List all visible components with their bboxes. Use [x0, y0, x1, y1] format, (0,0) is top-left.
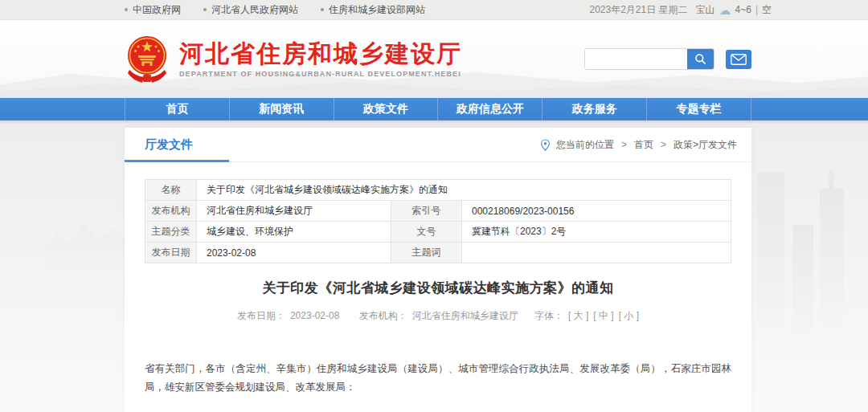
search-button[interactable] [687, 49, 714, 69]
agency-label: 发布机构： [359, 310, 407, 321]
meta-value-keywords [462, 243, 731, 263]
font-size-medium-button[interactable]: [ 中 ] [593, 310, 613, 321]
meta-label-index-number: 索引号 [391, 201, 462, 222]
city-skyline-watermark [757, 153, 854, 345]
nav-item-policy-documents[interactable]: 政策文件 [334, 98, 438, 120]
tab-department-documents[interactable]: 厅发文件 [145, 137, 193, 153]
breadcrumb-separator: > [621, 139, 627, 150]
breadcrumb-label: 您当前的位置 [556, 138, 614, 152]
font-size-label: 字体： [534, 310, 563, 321]
nav-item-special-topics[interactable]: 专题专栏 [646, 98, 751, 120]
cloud-icon: ☁ [719, 4, 731, 16]
breadcrumb-home-link[interactable]: 首页 [634, 138, 653, 152]
site-logo-block[interactable]: 河北省住房和城乡建设厅 DEPARTMENT OF HOUSING&URBAN-… [125, 35, 462, 84]
table-row: 发布日期 2023-02-08 主题词 [145, 243, 731, 263]
breadcrumb: 您当前的位置 > 首页 > 政策>厅发文件 [540, 138, 737, 152]
government-site-links: 中国政府网 河北省人民政府网站 住房和城乡建设部网站 [121, 3, 425, 17]
meta-value-agency: 河北省住房和城乡建设厅 [197, 201, 391, 222]
meta-value-name: 关于印发《河北省城乡建设领域碳达峰实施方案》的通知 [197, 180, 731, 201]
article-body: 省有关部门，各市（含定州、辛集市）住房和城乡建设局（建设局）、城市管理综合行政执… [125, 360, 751, 412]
breadcrumb-category-link[interactable]: 政策>厅发文件 [674, 138, 737, 152]
mailbox-button[interactable] [726, 50, 751, 69]
meta-value-topic-category: 城乡建设、环境保护 [197, 222, 391, 243]
bullet-icon [321, 8, 324, 11]
search-icon [694, 53, 706, 65]
top-utility-bar: 中国政府网 河北省人民政府网站 住房和城乡建设部网站 2023年2月21日 星期… [0, 0, 868, 20]
meta-value-index-number: 000218069/2023-00156 [462, 201, 731, 222]
meta-label-agency: 发布机构 [145, 201, 197, 222]
table-row: 名称 关于印发《河北省城乡建设领域碳达峰实施方案》的通知 [145, 180, 731, 201]
article-paragraph: 省有关部门，各市（含定州、辛集市）住房和城乡建设局（建设局）、城市管理综合行政执… [145, 360, 731, 397]
current-date: 2023年2月21日 星期二 [589, 3, 687, 17]
nav-item-home[interactable]: 首页 [125, 98, 229, 120]
meta-label-publish-date: 发布日期 [145, 243, 197, 263]
site-title: 河北省住房和城乡建设厅 [179, 40, 462, 67]
mail-icon [731, 54, 747, 65]
nav-item-news[interactable]: 新闻资讯 [229, 98, 334, 120]
location-pin-icon [540, 139, 551, 151]
agency-name: 河北省住房和城乡建设厅 [412, 310, 518, 321]
link-china-gov[interactable]: 中国政府网 [125, 3, 181, 17]
weather-condition: 空 [762, 3, 772, 17]
font-size-large-button[interactable]: [ 大 ] [568, 310, 588, 321]
meta-label-topic-category: 主题分类 [145, 222, 197, 243]
site-title-english: DEPARTMENT OF HOUSING&URBAN-RURAL DEVELO… [179, 70, 462, 78]
site-search [584, 48, 714, 70]
national-emblem-icon [125, 35, 170, 84]
meta-value-doc-number: 冀建节科〔2023〕2号 [462, 222, 731, 243]
link-hebei-gov[interactable]: 河北省人民政府网站 [203, 3, 298, 17]
meta-label-doc-number: 文号 [391, 222, 462, 243]
link-label: 住房和城乡建设部网站 [329, 3, 425, 17]
weather-temp: 4~6 [735, 4, 751, 15]
content-panel: 厅发文件 您当前的位置 > 首页 > 政策>厅发文件 名称 关于印发《河北省城乡… [125, 128, 751, 412]
article-meta: 发布日期：2023-02-08 发布机构：河北省住房和城乡建设厅 字体：[ 大 … [125, 309, 751, 323]
breadcrumb-bar: 厅发文件 您当前的位置 > 首页 > 政策>厅发文件 [125, 128, 751, 162]
meta-value-publish-date: 2023-02-08 [197, 243, 391, 263]
weather-divider: | [755, 4, 758, 15]
nav-item-gov-info-disclosure[interactable]: 政府信息公开 [437, 98, 542, 120]
weather-city: 宝山 [696, 3, 715, 17]
great-wall-watermark [44, 197, 129, 285]
bullet-icon [203, 8, 207, 11]
publish-date: 2023-02-08 [290, 310, 339, 321]
link-mohurd[interactable]: 住房和城乡建设部网站 [321, 3, 425, 17]
weather-widget: 宝山 ☁ 4~6 | 空 [696, 3, 772, 17]
table-row: 主题分类 城乡建设、环境保护 文号 冀建节科〔2023〕2号 [145, 222, 731, 243]
meta-label-keywords: 主题词 [391, 243, 462, 263]
document-meta-table: 名称 关于印发《河北省城乡建设领域碳达峰实施方案》的通知 发布机构 河北省住房和… [145, 179, 731, 263]
breadcrumb-separator: > [661, 139, 666, 150]
nav-item-gov-services[interactable]: 政务服务 [542, 98, 646, 120]
bullet-icon [125, 8, 128, 11]
main-navigation: 首页 新闻资讯 政策文件 政府信息公开 政务服务 专题专栏 [0, 98, 868, 120]
table-row: 发布机构 河北省住房和城乡建设厅 索引号 000218069/2023-0015… [145, 201, 731, 222]
publish-date-label: 发布日期： [237, 310, 285, 321]
article-title: 关于印发《河北省城乡建设领域碳达峰实施方案》的通知 [125, 279, 751, 297]
search-input[interactable] [585, 49, 687, 69]
tab-active-underline [125, 160, 229, 162]
meta-label-name: 名称 [145, 180, 197, 201]
link-label: 中国政府网 [133, 3, 181, 17]
font-size-small-button[interactable]: [ 小 ] [619, 310, 639, 321]
link-label: 河北省人民政府网站 [211, 3, 298, 17]
site-masthead: 河北省住房和城乡建设厅 DEPARTMENT OF HOUSING&URBAN-… [0, 20, 868, 98]
